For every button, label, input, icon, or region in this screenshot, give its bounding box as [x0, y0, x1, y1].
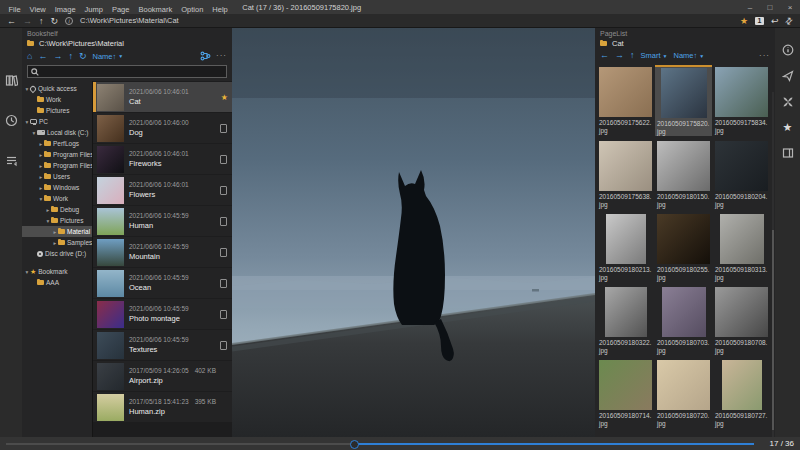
image-viewer[interactable]: [232, 28, 595, 437]
book-item-human-zip[interactable]: 2017/05/18 15:41:23395 KBHuman.zip: [93, 392, 232, 422]
bookmark-icon[interactable]: ★: [783, 122, 793, 133]
menu-jump[interactable]: Jump: [80, 5, 107, 14]
menu-page[interactable]: Page: [107, 5, 134, 14]
fullscreen-icon[interactable]: ⇄: [783, 14, 795, 26]
bookshelf-path-row[interactable]: C:\Work\Pictures\Material: [22, 37, 232, 49]
pagelist-folder-row[interactable]: Cat: [595, 37, 775, 49]
address-path[interactable]: C:\Work\Pictures\Material\Cat: [80, 16, 733, 25]
up-icon[interactable]: ↑: [630, 51, 635, 60]
tree-item-aaa[interactable]: AAA: [22, 277, 92, 288]
book-item-textures[interactable]: 2021/06/06 10:45:59Textures: [93, 330, 232, 360]
history-icon[interactable]: [5, 114, 18, 127]
tree-item-bookmark[interactable]: ▾★Bookmark: [22, 266, 92, 277]
pagelist-panel-icon[interactable]: [782, 147, 794, 159]
page-item-20160509175638-jpg[interactable]: 20160509175638.jpg: [597, 139, 654, 209]
page-mode-badge[interactable]: 1: [755, 17, 764, 25]
tree-item-work[interactable]: ▾Work: [22, 193, 92, 204]
playlist-icon[interactable]: [5, 154, 18, 167]
page-item-20160509180714-jpg[interactable]: 20160509180714.jpg: [597, 358, 654, 428]
page-item-20160509180708-jpg[interactable]: 20160509180708.jpg: [713, 285, 770, 355]
page-item-20160509180255-jpg[interactable]: 20160509180255.jpg: [655, 212, 712, 282]
book-item-ocean[interactable]: 2021/06/06 10:45:59Ocean: [93, 268, 232, 298]
search-input[interactable]: [42, 68, 223, 75]
page-item-20160509180322-jpg[interactable]: 20160509180322.jpg: [597, 285, 654, 355]
navigator-icon[interactable]: [782, 70, 794, 82]
thumbnail: [97, 115, 124, 142]
page-item-name: 20160509180150.jpg: [655, 191, 712, 209]
back-icon[interactable]: ←: [600, 51, 609, 60]
menu-image[interactable]: Image: [50, 5, 80, 14]
folder-icon: [58, 229, 65, 234]
book-item-human[interactable]: 2021/06/06 10:45:59Human: [93, 206, 232, 236]
page-item-20160509180720-jpg[interactable]: 20160509180720.jpg: [655, 358, 712, 428]
book-item-fireworks[interactable]: 2021/06/06 10:46:01Fireworks: [93, 144, 232, 174]
tree-item-program-files[interactable]: ▸Program Files: [22, 149, 92, 160]
page-item-20160509175820-jpg[interactable]: 20160509175820.jpg: [655, 65, 712, 136]
page-item-20160509180727-jpg[interactable]: 20160509180727.jpg: [713, 358, 770, 428]
forward-icon[interactable]: →: [615, 51, 624, 60]
more-options-icon[interactable]: ···: [216, 53, 227, 59]
menu-view[interactable]: View: [25, 5, 50, 14]
page-item-20160509180204-jpg[interactable]: 20160509180204.jpg: [713, 139, 770, 209]
book-item-mountain[interactable]: 2021/06/06 10:45:59Mountain: [93, 237, 232, 267]
scrollbar-thumb[interactable]: [772, 230, 774, 430]
sort-dropdown[interactable]: Name↑ ▼: [673, 51, 704, 60]
search-box[interactable]: [27, 65, 227, 78]
menu-bookmark[interactable]: Bookmark: [134, 5, 177, 14]
tree-item-disc-drive-d[interactable]: Disc drive (D:): [22, 248, 92, 259]
menu-file[interactable]: File: [4, 5, 25, 14]
page-item-20160509180313-jpg[interactable]: 20160509180313.jpg: [713, 212, 770, 282]
page-item-20160509180703-jpg[interactable]: 20160509180703.jpg: [655, 285, 712, 355]
book-item-photo-montage[interactable]: 2021/06/06 10:45:59Photo montage: [93, 299, 232, 329]
tree-item-users[interactable]: ▸Users: [22, 171, 92, 182]
book-item-meta: 2021/06/06 10:45:59Mountain: [124, 243, 220, 261]
tree-item-program-files-x86[interactable]: ▸Program Files (x86): [22, 160, 92, 171]
book-item-dog[interactable]: 2021/06/06 10:46:00Dog: [93, 113, 232, 143]
tree-item-perflogs[interactable]: ▸PerfLogs: [22, 138, 92, 149]
thumbnail: [97, 363, 124, 390]
tree-item-material[interactable]: ▸Material: [22, 226, 92, 237]
refresh-icon[interactable]: ↻: [79, 52, 87, 61]
up-icon[interactable]: ↑: [68, 52, 73, 61]
forward-icon[interactable]: →: [23, 16, 32, 26]
effect-icon[interactable]: [782, 96, 794, 108]
tree-item-local-disk-c[interactable]: ▾Local disk (C:): [22, 127, 92, 138]
tree-item-windows[interactable]: ▸Windows: [22, 182, 92, 193]
refresh-icon[interactable]: ↻: [51, 16, 59, 26]
menu-help[interactable]: Help: [208, 5, 232, 14]
menu-option[interactable]: Option: [177, 5, 208, 14]
bookshelf-icon[interactable]: [5, 74, 18, 87]
tree-item-pc[interactable]: ▾PC: [22, 116, 92, 127]
page-item-20160509175834-jpg[interactable]: 20160509175834.jpg: [713, 65, 770, 136]
filter-dropdown[interactable]: Smart ▼: [641, 51, 668, 60]
back-icon[interactable]: ←: [7, 16, 16, 26]
book-item-cat[interactable]: 2021/06/06 10:46:01Cat★: [93, 82, 232, 112]
tree-item-pictures[interactable]: ▾Pictures: [22, 215, 92, 226]
close-button[interactable]: ×: [780, 0, 800, 14]
back-icon[interactable]: ←: [38, 52, 47, 61]
page-item-20160509175622-jpg[interactable]: 20160509175622.jpg: [597, 65, 654, 136]
home-icon[interactable]: ⌂: [27, 52, 32, 61]
tree-item-work[interactable]: Work: [22, 94, 92, 105]
forward-icon[interactable]: →: [53, 52, 62, 61]
bookmark-star-icon[interactable]: ★: [740, 16, 748, 26]
pagelist-scrollbar[interactable]: [772, 92, 774, 437]
tree-item-pictures[interactable]: Pictures: [22, 105, 92, 116]
sort-dropdown[interactable]: Name↑ ▼: [92, 52, 123, 61]
tree-item-samples[interactable]: ▸Samples: [22, 237, 92, 248]
book-item-flowers[interactable]: 2021/06/06 10:46:01Flowers: [93, 175, 232, 205]
page-item-20160509180150-jpg[interactable]: 20160509180150.jpg: [655, 139, 712, 209]
book-item-airport-zip[interactable]: 2017/05/09 14:26:05402 KBAirport.zip: [93, 361, 232, 391]
information-icon[interactable]: [782, 44, 794, 56]
up-icon[interactable]: ↑: [39, 16, 44, 26]
page-item-20160509180213-jpg[interactable]: 20160509180213.jpg: [597, 212, 654, 282]
reading-direction-icon[interactable]: ↩: [771, 16, 779, 26]
tree-item-quick-access[interactable]: ▾Quick access: [22, 83, 92, 94]
tree-item-debug[interactable]: ▸Debug: [22, 204, 92, 215]
page-slider[interactable]: [6, 443, 754, 445]
folder-tree-toggle-icon[interactable]: [200, 51, 211, 61]
maximize-button[interactable]: □: [760, 0, 780, 14]
more-options-icon[interactable]: ···: [759, 53, 770, 59]
slider-handle[interactable]: [350, 440, 359, 449]
minimize-button[interactable]: –: [740, 0, 760, 14]
